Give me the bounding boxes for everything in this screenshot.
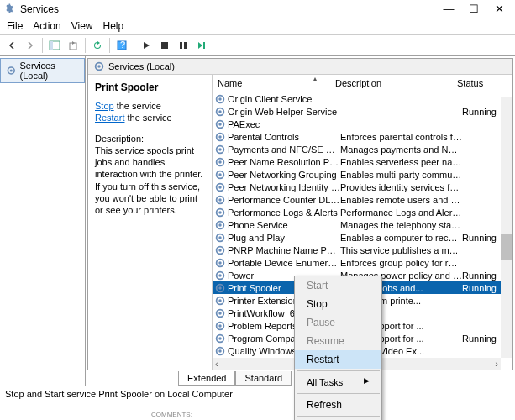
start-service-button[interactable] [138,37,155,54]
service-row[interactable]: PNRP Machine Name Publi...This service p… [213,244,512,256]
toolbar-separator [85,38,86,53]
tab-extended[interactable]: Extended [178,371,235,386]
services-icon [6,65,17,76]
show-hide-tree-button[interactable] [46,37,63,54]
menu-help[interactable]: Help [103,20,124,32]
tab-standard[interactable]: Standard [235,371,292,386]
menu-bar: File Action View Help [0,18,515,35]
service-row[interactable]: PAExec [213,118,512,130]
svg-point-18 [218,123,222,126]
svg-point-40 [218,261,222,265]
service-desc: Provides identity services for the ... [340,182,462,192]
service-desc: Enforces group policy for remov... [340,258,462,268]
svg-rect-8 [203,42,205,49]
sort-indicator-icon: ▴ [313,75,317,85]
cm-stop[interactable]: Stop [295,295,381,313]
comments-label: COMMENTS: [151,411,192,418]
service-name: Origin Web Helper Service [228,107,340,117]
menu-file[interactable]: File [7,20,23,32]
service-row[interactable]: Performance Counter DLL ...Enables remot… [213,193,512,206]
scroll-left-icon[interactable]: ‹ [213,359,221,369]
scroll-right-icon[interactable]: › [492,359,501,369]
svg-point-28 [218,186,222,189]
svg-point-42 [218,274,222,277]
svg-point-30 [218,198,222,202]
service-row[interactable]: Peer Networking GroupingEnables multi-pa… [213,168,512,181]
service-row[interactable]: Performance Logs & AlertsPerformance Log… [213,206,512,218]
service-row[interactable]: Phone ServiceManages the telephony state… [213,218,512,231]
svg-text:?: ? [120,40,125,50]
menu-action[interactable]: Action [33,20,60,32]
back-button[interactable] [3,37,20,54]
service-row[interactable]: Portable Device Enumerator...Enforces gr… [213,256,512,269]
nav-label: Services (Local) [20,60,79,81]
close-button[interactable]: ✕ [486,1,512,18]
export-button[interactable] [65,37,81,54]
svg-point-34 [218,223,222,227]
restart-service-button[interactable] [193,37,210,54]
cm-separator [297,393,380,394]
forward-button[interactable] [22,37,39,54]
svg-point-26 [218,173,222,176]
service-row[interactable]: Payments and NFC/SE Man...Manages paymen… [213,143,512,155]
svg-point-50 [218,324,222,328]
service-name: Plug and Play [228,233,340,243]
service-row[interactable]: Peer Name Resolution Prot...Enables serv… [213,155,512,168]
stop-service-button[interactable] [156,37,173,54]
service-name: Phone Service [228,220,340,230]
status-bar: Stop and Start service Print Spooler on … [0,386,515,402]
help-button[interactable]: ? [113,37,130,54]
title-bar: Services — ☐ ✕ [0,0,515,18]
svg-point-46 [218,299,222,302]
service-name: Portable Device Enumerator... [228,258,340,268]
stop-suffix: the service [114,101,161,111]
svg-point-52 [218,337,222,340]
service-desc: Enables a computer to recognize ... [340,233,462,243]
stop-link[interactable]: Stop [95,101,114,111]
toolbar-separator [42,38,43,53]
cm-all-tasks[interactable]: All Tasks▶ [295,373,381,391]
service-name: Peer Name Resolution Prot... [228,157,340,167]
service-name: Peer Networking Grouping [228,170,340,180]
vertical-scrollbar[interactable] [501,97,512,358]
pause-service-button[interactable] [175,37,192,54]
cm-separator [297,416,380,417]
service-desc: Manages the telephony state on ... [340,220,462,230]
refresh-button[interactable] [89,37,106,54]
restart-link[interactable]: Restart [95,113,124,123]
service-row[interactable]: Plug and PlayEnables a computer to recog… [213,231,512,244]
cm-restart[interactable]: Restart [295,350,381,369]
minimize-button[interactable]: — [436,1,461,18]
toolbar-separator [134,38,134,53]
service-row[interactable]: Peer Networking Identity M...Provides id… [213,181,512,193]
window-title: Services [20,3,436,15]
col-status[interactable]: Status [457,78,507,88]
service-desc: Manages payments and Near Fiel... [340,144,462,155]
service-name: Payments and NFC/SE Man... [228,144,340,155]
nav-services-local[interactable]: Services (Local) [0,58,85,83]
services-app-icon [3,3,15,15]
service-row[interactable]: Origin Client Service [213,92,512,105]
service-desc: Performance Logs and Alerts Col... [340,207,462,218]
cm-separator [297,370,380,371]
column-headers: Name▴ Description Status [213,75,512,92]
svg-point-32 [218,211,222,214]
service-name: Performance Logs & Alerts [228,207,340,218]
service-desc: Enables remote users and 64-bit ... [340,195,462,205]
cm-refresh[interactable]: Refresh [295,396,381,414]
cm-resume: Resume [295,332,381,350]
svg-point-16 [218,110,222,113]
card-title: Services (Local) [108,61,175,71]
service-desc: Enables multi-party communicat... [340,170,462,180]
submenu-arrow-icon: ▶ [364,376,370,385]
maximize-button[interactable]: ☐ [461,1,486,18]
col-description[interactable]: Description [335,78,457,88]
svg-rect-6 [180,42,182,49]
menu-view[interactable]: View [71,20,93,32]
description-text: This service spools print jobs and handl… [95,145,202,215]
service-row[interactable]: Parental ControlsEnforces parental contr… [213,130,512,143]
svg-point-44 [218,286,222,290]
svg-point-38 [218,249,222,252]
scroll-thumb[interactable] [501,234,512,260]
service-row[interactable]: Origin Web Helper ServiceRunning [213,105,512,118]
